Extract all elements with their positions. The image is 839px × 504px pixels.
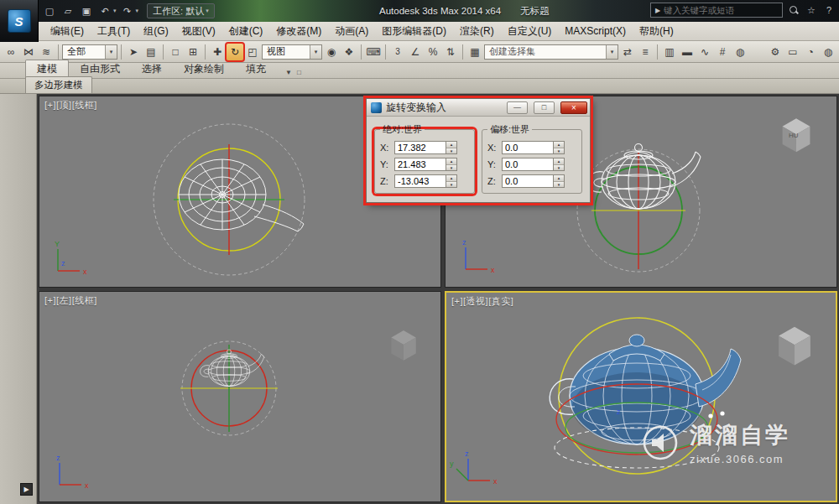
ribbon-toggle-icon[interactable]: ▬ [679, 44, 696, 60]
spin-down-icon[interactable]: ▾ [446, 148, 456, 154]
tab-populate[interactable]: 填充 [235, 60, 277, 78]
viewport-left[interactable]: [+][左][线框] z x [39, 291, 441, 502]
selection-filter-dropdown[interactable]: 全部 ▾ [62, 44, 117, 60]
offset-z-spinner[interactable]: ▴▾ [554, 174, 565, 188]
align-icon[interactable]: ≡ [637, 44, 654, 60]
absolute-y-field[interactable] [394, 158, 446, 171]
rendered-frame-window-icon[interactable]: ▭ [784, 44, 801, 60]
ribbon-minimize-icon[interactable]: □ [297, 69, 301, 76]
redo-caret-icon[interactable]: ▾ [136, 8, 139, 14]
spin-up-icon[interactable]: ▴ [554, 175, 564, 182]
subtab-polygon-modeling[interactable]: 多边形建模 [25, 76, 92, 93]
dialog-close-button[interactable]: × [560, 101, 587, 114]
offset-y-spinner[interactable]: ▴▾ [554, 158, 565, 171]
offset-y-field[interactable] [502, 158, 554, 171]
reference-coordinate-caret-icon[interactable]: ▾ [310, 45, 321, 59]
use-pivot-center-icon[interactable]: ◉ [323, 44, 340, 60]
spin-down-icon[interactable]: ▾ [446, 182, 456, 188]
schematic-view-icon[interactable]: # [714, 44, 731, 60]
expand-panel-button[interactable]: ▶ [20, 483, 33, 496]
spin-down-icon[interactable]: ▾ [554, 165, 564, 171]
infocenter-search[interactable]: ▶ [650, 3, 783, 18]
spin-down-icon[interactable]: ▾ [554, 182, 564, 188]
absolute-x-spinner[interactable]: ▴▾ [446, 141, 457, 154]
unlink-selection-icon[interactable]: ⋈ [20, 44, 37, 60]
viewport-left-label[interactable]: [+][左][线框] [44, 294, 97, 307]
tab-selection[interactable]: 选择 [131, 60, 173, 78]
offset-x-spinner[interactable]: ▴▾ [554, 141, 565, 154]
tab-freeform[interactable]: 自由形式 [69, 60, 131, 78]
menu-maxscript[interactable]: MAXScript(X) [558, 23, 633, 39]
render-setup-icon[interactable]: ⚙ [767, 44, 784, 60]
redo-icon[interactable]: ↷ [120, 3, 135, 18]
dialog-minimize-button[interactable]: — [507, 101, 528, 114]
ribbon-chevron-icon[interactable]: ▼ [285, 69, 292, 76]
select-rotate-icon[interactable]: ↻ [227, 44, 243, 60]
snap-toggle-icon[interactable]: 3 [389, 44, 406, 60]
spin-up-icon[interactable]: ▴ [446, 158, 456, 165]
dialog-titlebar[interactable]: 旋转变换输入 — □ × [367, 99, 590, 117]
select-object-icon[interactable]: ➤ [125, 44, 142, 60]
percent-snap-icon[interactable]: % [425, 44, 441, 60]
named-selection-set-caret-icon[interactable]: ▾ [606, 45, 618, 59]
viewport-left-canvas[interactable]: z x [39, 292, 440, 501]
spin-up-icon[interactable]: ▴ [446, 142, 456, 148]
tab-object-paint[interactable]: 对象绘制 [173, 60, 235, 78]
layer-manager-icon[interactable]: ▥ [661, 44, 678, 60]
viewport-perspective-label[interactable]: [+][透视][真实] [451, 295, 513, 308]
menu-group[interactable]: 组(G) [137, 22, 175, 41]
keyboard-override-icon[interactable]: ⌨ [365, 44, 382, 60]
absolute-z-field[interactable] [394, 174, 446, 188]
offset-z-field[interactable] [502, 174, 554, 188]
menu-customize[interactable]: 自定义(U) [501, 22, 559, 41]
spin-up-icon[interactable]: ▴ [446, 175, 456, 182]
menu-help[interactable]: 帮助(H) [633, 22, 680, 41]
menu-create[interactable]: 创建(C) [222, 22, 270, 41]
menu-edit[interactable]: 编辑(E) [44, 22, 91, 41]
new-scene-icon[interactable]: ▢ [42, 3, 57, 18]
curve-editor-icon[interactable]: ∿ [696, 44, 713, 60]
selection-filter-caret-icon[interactable]: ▾ [105, 45, 117, 59]
spin-up-icon[interactable]: ▴ [554, 158, 564, 165]
application-menu-button[interactable]: S [0, 0, 39, 42]
render-production-icon[interactable]: ◔ [802, 44, 819, 60]
select-and-link-icon[interactable]: ∞ [3, 44, 19, 60]
favorites-star-icon[interactable]: ☆ [805, 3, 818, 17]
menu-graph-editors[interactable]: 图形编辑器(D) [375, 22, 453, 41]
window-crossing-icon[interactable]: ⊞ [185, 44, 201, 60]
offset-x-field[interactable] [502, 141, 554, 154]
menu-animation[interactable]: 动画(A) [328, 22, 375, 41]
menu-rendering[interactable]: 渲染(R) [453, 22, 501, 41]
rectangular-region-icon[interactable]: □ [167, 44, 184, 60]
help-icon[interactable]: ? [822, 3, 836, 17]
spin-down-icon[interactable]: ▾ [554, 148, 564, 154]
viewport-perspective[interactable]: [+][透视][真实] [445, 291, 837, 502]
spin-down-icon[interactable]: ▾ [446, 165, 456, 171]
viewport-top-label[interactable]: [+][顶][线框] [44, 99, 97, 112]
angle-snap-icon[interactable]: ∠ [407, 44, 424, 60]
menu-tools[interactable]: 工具(T) [91, 22, 137, 41]
menu-views[interactable]: 视图(V) [175, 22, 222, 41]
search-icon[interactable] [787, 3, 800, 17]
select-by-name-icon[interactable]: ▤ [143, 44, 159, 60]
reference-coordinate-dropdown[interactable]: 视图 ▾ [262, 44, 322, 60]
named-selection-set-combo[interactable]: 创建选择集 ▾ [484, 44, 618, 60]
viewport-perspective-canvas[interactable]: z z x y [446, 293, 836, 501]
bind-to-spacewarp-icon[interactable]: ≋ [38, 44, 55, 60]
absolute-y-spinner[interactable]: ▴▾ [446, 158, 457, 171]
tab-modeling[interactable]: 建模 [25, 60, 69, 78]
edit-named-sets-icon[interactable]: ▦ [466, 44, 483, 60]
open-file-icon[interactable]: ▱ [60, 3, 76, 18]
render-iterative-icon[interactable]: ◍ [820, 44, 836, 60]
workspace-selector[interactable]: 工作区: 默认 ▾ [147, 3, 215, 18]
spinner-snap-icon[interactable]: ⇅ [442, 44, 459, 60]
select-move-icon[interactable]: ✚ [209, 44, 226, 60]
material-editor-icon[interactable]: ◍ [732, 44, 748, 60]
select-scale-icon[interactable]: ◰ [244, 44, 261, 60]
dialog-maximize-button[interactable]: □ [534, 101, 555, 114]
absolute-z-spinner[interactable]: ▴▾ [446, 174, 457, 188]
select-manipulate-icon[interactable]: ❖ [341, 44, 357, 60]
save-file-icon[interactable]: ▣ [79, 3, 94, 18]
mirror-icon[interactable]: ⇄ [619, 44, 636, 60]
search-play-icon[interactable]: ▶ [655, 7, 660, 14]
